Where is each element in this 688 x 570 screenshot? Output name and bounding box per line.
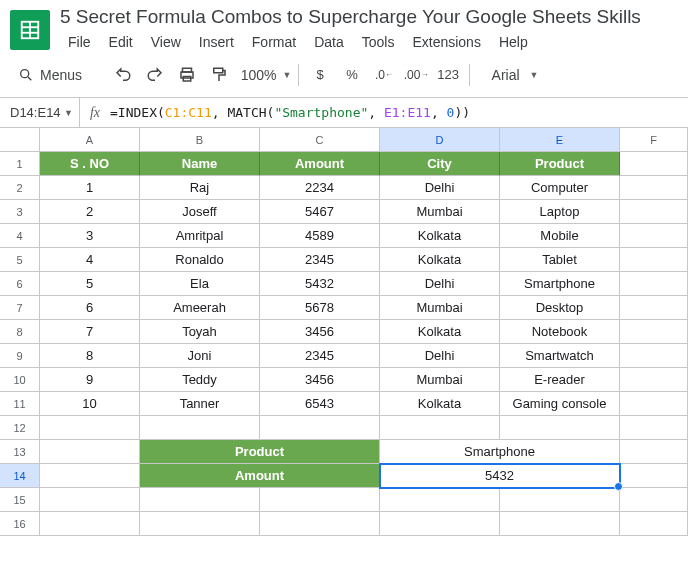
row-header[interactable]: 7	[0, 296, 40, 320]
cell[interactable]: Desktop	[500, 296, 620, 320]
cell[interactable]: 9	[40, 368, 140, 392]
cell[interactable]: Ela	[140, 272, 260, 296]
menu-help[interactable]: Help	[491, 30, 536, 54]
cell[interactable]: Ameerah	[140, 296, 260, 320]
cell[interactable]: 3	[40, 224, 140, 248]
cell[interactable]: 3456	[260, 368, 380, 392]
cell[interactable]: 5	[40, 272, 140, 296]
sheets-logo-icon[interactable]	[10, 10, 50, 50]
cell[interactable]: 8	[40, 344, 140, 368]
cell[interactable]: 3456	[260, 320, 380, 344]
cell[interactable]: Kolkata	[380, 224, 500, 248]
cell[interactable]	[140, 512, 260, 536]
cell[interactable]: Kolkata	[380, 320, 500, 344]
row-header[interactable]: 14	[0, 464, 40, 488]
col-header-a[interactable]: A	[40, 128, 140, 152]
row-header[interactable]: 9	[0, 344, 40, 368]
menus-search-button[interactable]: Menus	[8, 61, 94, 89]
table-header[interactable]: Amount	[260, 152, 380, 176]
cell[interactable]	[620, 392, 688, 416]
menu-view[interactable]: View	[143, 30, 189, 54]
cell[interactable]: Kolkata	[380, 248, 500, 272]
cell[interactable]	[620, 416, 688, 440]
cell[interactable]: 5678	[260, 296, 380, 320]
cell[interactable]: Amritpal	[140, 224, 260, 248]
cell[interactable]	[620, 272, 688, 296]
redo-button[interactable]	[140, 60, 170, 90]
cell[interactable]: 10	[40, 392, 140, 416]
cell[interactable]	[620, 440, 688, 464]
cell[interactable]: Mumbai	[380, 368, 500, 392]
cell[interactable]: Smartphone	[500, 272, 620, 296]
table-header[interactable]: Product	[500, 152, 620, 176]
cell[interactable]	[620, 344, 688, 368]
cell[interactable]: 2	[40, 200, 140, 224]
spreadsheet-grid[interactable]: A B C D E F 1 S . NO Name Amount City Pr…	[0, 128, 688, 536]
row-header[interactable]: 13	[0, 440, 40, 464]
cell[interactable]	[40, 464, 140, 488]
cell[interactable]: Teddy	[140, 368, 260, 392]
col-header-b[interactable]: B	[140, 128, 260, 152]
active-cell[interactable]: 5432	[380, 464, 620, 488]
cell[interactable]: Notebook	[500, 320, 620, 344]
cell[interactable]: Delhi	[380, 344, 500, 368]
formula-input[interactable]: =INDEX(C1:C11, MATCH("Smartphone", E1:E1…	[110, 105, 470, 120]
row-header[interactable]: 15	[0, 488, 40, 512]
cell[interactable]	[500, 416, 620, 440]
cell[interactable]: Gaming console	[500, 392, 620, 416]
select-all-corner[interactable]	[0, 128, 40, 152]
cell[interactable]	[40, 416, 140, 440]
cell[interactable]	[620, 512, 688, 536]
print-button[interactable]	[172, 60, 202, 90]
cell[interactable]	[140, 416, 260, 440]
cell[interactable]: Laptop	[500, 200, 620, 224]
cell[interactable]: 2345	[260, 344, 380, 368]
cell[interactable]: 5432	[260, 272, 380, 296]
menu-insert[interactable]: Insert	[191, 30, 242, 54]
cell[interactable]: 1	[40, 176, 140, 200]
cell[interactable]	[380, 512, 500, 536]
menu-file[interactable]: File	[60, 30, 99, 54]
cell[interactable]: Joseff	[140, 200, 260, 224]
undo-button[interactable]	[108, 60, 138, 90]
row-header[interactable]: 3	[0, 200, 40, 224]
cell[interactable]	[620, 320, 688, 344]
lookup-label[interactable]: Product	[140, 440, 380, 464]
cell[interactable]: Ronaldo	[140, 248, 260, 272]
cell[interactable]	[260, 488, 380, 512]
col-header-c[interactable]: C	[260, 128, 380, 152]
row-header[interactable]: 6	[0, 272, 40, 296]
cell[interactable]: 7	[40, 320, 140, 344]
cell[interactable]	[40, 512, 140, 536]
cell[interactable]: Mumbai	[380, 296, 500, 320]
lookup-label[interactable]: Amount	[140, 464, 380, 488]
percent-button[interactable]: %	[337, 60, 367, 90]
cell[interactable]: 4589	[260, 224, 380, 248]
row-header[interactable]: 4	[0, 224, 40, 248]
currency-button[interactable]: $	[305, 60, 335, 90]
cell[interactable]: Tablet	[500, 248, 620, 272]
cell[interactable]	[500, 512, 620, 536]
cell[interactable]	[620, 176, 688, 200]
cell[interactable]: Mumbai	[380, 200, 500, 224]
cell[interactable]	[500, 488, 620, 512]
cell[interactable]: Smartwatch	[500, 344, 620, 368]
cell[interactable]	[620, 464, 688, 488]
cell[interactable]: 5467	[260, 200, 380, 224]
cell[interactable]: Computer	[500, 176, 620, 200]
cell[interactable]	[260, 512, 380, 536]
row-header[interactable]: 10	[0, 368, 40, 392]
cell[interactable]: Raj	[140, 176, 260, 200]
cell[interactable]	[620, 248, 688, 272]
cell[interactable]	[620, 200, 688, 224]
row-header[interactable]: 16	[0, 512, 40, 536]
cell[interactable]: Joni	[140, 344, 260, 368]
row-header[interactable]: 2	[0, 176, 40, 200]
table-header[interactable]: City	[380, 152, 500, 176]
cell[interactable]: 2234	[260, 176, 380, 200]
row-header[interactable]: 5	[0, 248, 40, 272]
cell[interactable]: Kolkata	[380, 392, 500, 416]
col-header-e[interactable]: E	[500, 128, 620, 152]
row-header[interactable]: 1	[0, 152, 40, 176]
cell[interactable]	[620, 152, 688, 176]
